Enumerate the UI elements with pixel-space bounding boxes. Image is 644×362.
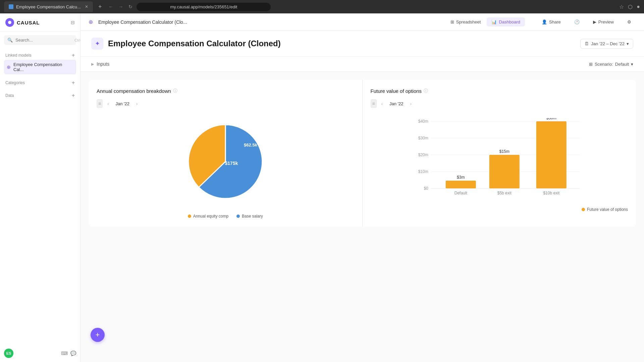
- bookmark-icon[interactable]: ☆: [619, 4, 624, 10]
- pie-chart-date: Jan '22: [114, 101, 132, 106]
- svg-text:$10m: $10m: [418, 169, 428, 174]
- add-linked-model-button[interactable]: +: [72, 52, 75, 58]
- dashboard-icon: 📊: [491, 19, 497, 24]
- scenario-selector[interactable]: ⊞ Scenario: Default ▾: [589, 62, 633, 67]
- tab-close-button[interactable]: ✕: [85, 4, 88, 9]
- add-category-button[interactable]: +: [72, 80, 75, 86]
- scenario-icon: ⊞: [589, 62, 593, 67]
- settings-icon: ⚙: [627, 19, 631, 24]
- pie-info-icon[interactable]: ⓘ: [173, 88, 177, 94]
- pie-prev-button[interactable]: ‹: [105, 101, 111, 107]
- new-tab-button[interactable]: +: [96, 3, 105, 11]
- svg-text:$175k: $175k: [225, 161, 238, 166]
- profile-icon[interactable]: ●: [637, 4, 640, 10]
- pie-chart-title: Annual compensation breakdown: [97, 88, 171, 94]
- sidebar-item-model[interactable]: ⊕ Employee Compensation Cal...: [4, 60, 76, 74]
- history-button[interactable]: 🕐: [570, 17, 584, 26]
- search-input[interactable]: [15, 38, 72, 43]
- bar-5b-exit: [489, 155, 519, 188]
- share-button[interactable]: 👤 Share: [537, 17, 566, 26]
- pie-menu-button[interactable]: ≡: [97, 99, 103, 108]
- model-icon-topbar: ⊕: [89, 19, 93, 25]
- svg-text:$3m: $3m: [457, 175, 465, 180]
- svg-text:$0: $0: [424, 186, 428, 191]
- bar-chart-date: Jan '22: [387, 101, 406, 106]
- settings-button[interactable]: ⚙: [623, 17, 636, 26]
- keyboard-shortcut-icon[interactable]: ⌨: [61, 351, 68, 356]
- tab-title: Employee Compensation Calcu...: [16, 4, 81, 9]
- logo-icon: [5, 18, 14, 27]
- inputs-bar: ▶ Inputs ⊞ Scenario: Default ▾: [80, 57, 644, 72]
- chevron-down-icon: ▾: [627, 41, 629, 46]
- svg-text:$5b exit: $5b exit: [497, 191, 512, 195]
- logo-area: CAUSAL: [5, 18, 40, 27]
- sidebar-header: CAUSAL ⊟: [0, 13, 80, 32]
- bar-10b-exit: [536, 121, 566, 188]
- extensions-icon[interactable]: ⬡: [628, 4, 633, 10]
- forward-button[interactable]: →: [117, 3, 124, 11]
- model-icon: ⊕: [7, 64, 11, 70]
- bar-chart-title-row: Future value of options ⓘ: [371, 88, 628, 94]
- svg-text:$20m: $20m: [418, 153, 428, 157]
- bar-chart-area: $40m $30m $20m $10m $0: [371, 115, 628, 203]
- spreadsheet-tab-label: Spreadsheet: [456, 19, 481, 24]
- svg-text:$62.5k: $62.5k: [244, 142, 258, 147]
- sidebar-toggle-button[interactable]: ⊟: [71, 20, 75, 25]
- add-data-button[interactable]: +: [72, 93, 75, 99]
- categories-label: Categories: [5, 80, 25, 85]
- inputs-toggle[interactable]: ▶ Inputs: [91, 61, 109, 67]
- bar-menu-button[interactable]: ≡: [371, 99, 377, 108]
- address-bar[interactable]: my.causal.app/models/235651/edit: [137, 3, 271, 11]
- page-header: ✦ Employee Compensation Calculator (Clon…: [80, 31, 644, 57]
- svg-text:$40m: $40m: [418, 119, 428, 124]
- pie-next-button[interactable]: ›: [134, 101, 140, 107]
- charts-grid: Annual compensation breakdown ⓘ ≡ ‹ Jan …: [89, 80, 636, 227]
- main-content: ✦ Employee Compensation Calculator (Clon…: [80, 31, 644, 362]
- future-value-legend-label: Future value of options: [587, 207, 628, 212]
- bar-chart-title: Future value of options: [371, 88, 422, 94]
- preview-button[interactable]: ▶ Preview: [588, 17, 619, 26]
- equity-legend-dot: [188, 215, 191, 218]
- linked-models-header: Linked models +: [4, 51, 76, 60]
- sidebar: CAUSAL ⊟ 🔍 Ctrl+K Linked models + ⊕ Empl…: [0, 13, 80, 362]
- bar-default: [445, 181, 476, 188]
- tab-spreadsheet[interactable]: ⊞ Spreadsheet: [446, 17, 486, 26]
- spreadsheet-icon: ⊞: [450, 19, 454, 24]
- data-label: Data: [5, 93, 14, 98]
- bar-info-icon[interactable]: ⓘ: [424, 88, 428, 94]
- bar-next-button[interactable]: ›: [408, 101, 414, 107]
- tab-favicon: [9, 4, 13, 9]
- chat-icon[interactable]: 💬: [70, 351, 76, 356]
- topbar-actions: 👤 Share 🕐 ▶ Preview ⚙: [537, 17, 636, 26]
- calendar-icon: 🗓: [585, 41, 589, 46]
- refresh-button[interactable]: ↻: [127, 3, 134, 11]
- equity-legend-label: Annual equity comp: [193, 214, 228, 219]
- tab-dashboard[interactable]: 📊 Dashboard: [487, 17, 525, 26]
- pie-chart-controls: ≡ ‹ Jan '22 ›: [97, 99, 354, 108]
- sidebar-bottom: ES ⌨ 💬: [0, 345, 80, 362]
- pie-legend: Annual equity comp Base salary: [97, 214, 354, 219]
- app: CAUSAL ⊟ 🔍 Ctrl+K Linked models + ⊕ Empl…: [0, 13, 644, 362]
- date-range-picker[interactable]: 🗓 Jan '22 – Dec '22 ▾: [580, 39, 633, 49]
- page-title-area: ✦ Employee Compensation Calculator (Clon…: [91, 38, 281, 50]
- add-button[interactable]: +: [91, 328, 105, 342]
- back-button[interactable]: ←: [107, 3, 114, 11]
- scenario-value: Default: [615, 62, 629, 67]
- linked-models-label: Linked models: [5, 53, 31, 58]
- svg-text:$30m: $30m: [418, 136, 428, 140]
- page-icon: ✦: [91, 38, 103, 50]
- topbar-model-title: Employee Compensation Calculator (Clo...: [98, 19, 440, 25]
- bar-prev-button[interactable]: ‹: [379, 101, 385, 107]
- user-avatar[interactable]: ES: [4, 349, 13, 358]
- search-box[interactable]: 🔍 Ctrl+K: [4, 35, 76, 45]
- page-title: Employee Compensation Calculator (Cloned…: [108, 39, 281, 48]
- svg-text:$15m: $15m: [499, 149, 509, 154]
- future-value-legend-dot: [582, 208, 585, 211]
- svg-text:Default: Default: [454, 191, 467, 195]
- browser-tab[interactable]: Employee Compensation Calcu... ✕: [4, 1, 93, 12]
- preview-label: Preview: [598, 19, 614, 24]
- data-section: Data +: [0, 88, 80, 101]
- salary-legend-item: Base salary: [236, 214, 263, 219]
- salary-legend-dot: [236, 215, 240, 218]
- browser-actions: ☆ ⬡ ●: [619, 4, 640, 10]
